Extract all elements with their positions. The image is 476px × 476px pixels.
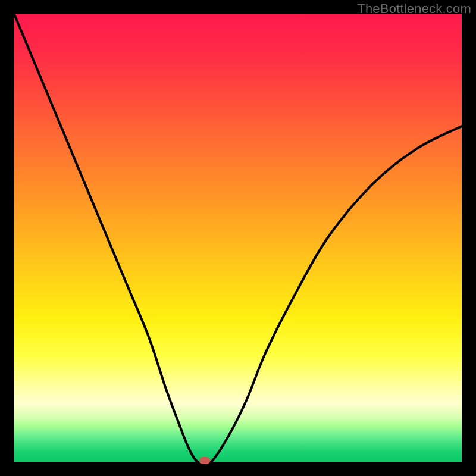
chart-frame: TheBottleneck.com [0,0,476,476]
plot-area [14,14,462,462]
bottleneck-curve [14,14,462,462]
optimal-marker [199,457,210,464]
watermark-text: TheBottleneck.com [357,1,471,17]
